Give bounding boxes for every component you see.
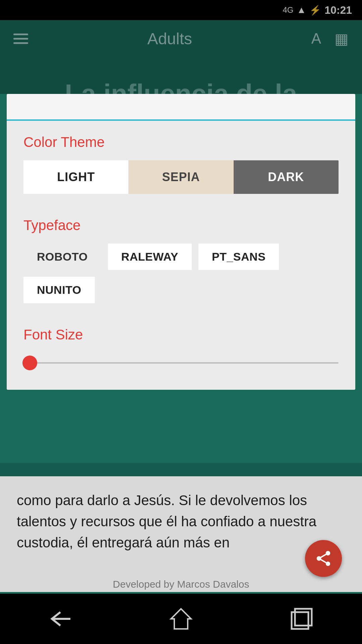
color-theme-title: Color Theme	[23, 134, 339, 150]
theme-sepia-button[interactable]: SEPIA	[128, 160, 233, 194]
share-fab-button[interactable]	[305, 540, 342, 577]
font-size-slider-track	[23, 362, 339, 364]
overlay-dim-top	[0, 0, 362, 94]
recent-apps-button[interactable]	[290, 607, 313, 631]
font-size-slider-thumb[interactable]	[22, 356, 37, 370]
typeface-section: Typeface ROBOTO RALEWAY PT_SANS NUNITO	[7, 204, 355, 313]
svg-marker-1	[171, 609, 191, 629]
theme-light-button[interactable]: LIGHT	[23, 160, 128, 194]
font-size-section: Font Size	[7, 313, 355, 390]
typeface-title: Typeface	[23, 217, 339, 233]
color-theme-section: Color Theme LIGHT SEPIA DARK	[7, 121, 355, 204]
home-button[interactable]	[169, 607, 193, 631]
home-icon	[169, 607, 193, 631]
back-button[interactable]	[49, 610, 72, 627]
typeface-roboto-button[interactable]: ROBOTO	[23, 244, 101, 270]
typeface-raleway-button[interactable]: RALEWAY	[108, 244, 192, 270]
settings-panel: Color Theme LIGHT SEPIA DARK Typeface RO…	[7, 94, 355, 390]
overlay-dim-bottom	[0, 463, 362, 592]
system-nav-bar	[0, 594, 362, 644]
theme-dark-button[interactable]: DARK	[234, 160, 339, 194]
theme-buttons-group: LIGHT SEPIA DARK	[23, 160, 339, 194]
recent-apps-icon	[290, 607, 313, 631]
font-size-title: Font Size	[23, 327, 339, 343]
typeface-nunito-button[interactable]: NUNITO	[23, 277, 95, 303]
typeface-ptsans-button[interactable]: PT_SANS	[198, 244, 279, 270]
typeface-buttons-group: ROBOTO RALEWAY PT_SANS NUNITO	[23, 244, 339, 303]
share-icon	[314, 549, 333, 568]
font-size-slider-wrapper	[23, 353, 339, 373]
settings-top-bar	[7, 94, 355, 121]
back-icon	[49, 610, 72, 627]
